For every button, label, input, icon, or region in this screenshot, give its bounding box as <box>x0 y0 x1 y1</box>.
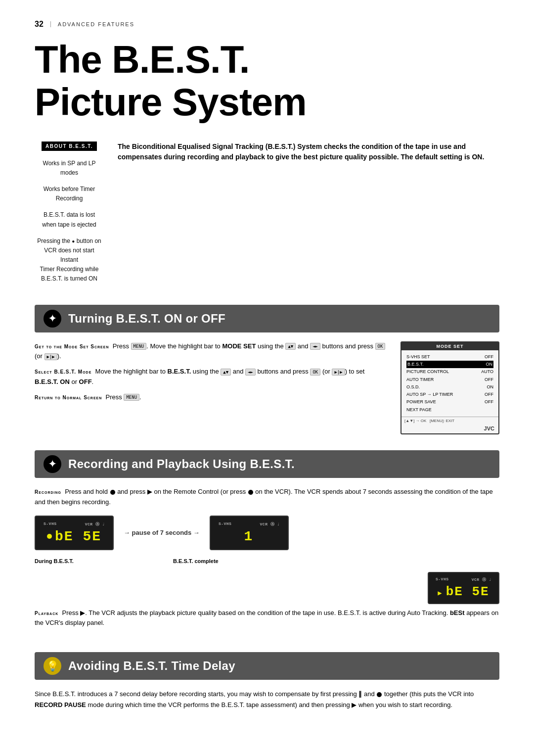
menu-row-svhs: S-VHS SETOFF <box>406 353 493 361</box>
vcr-display-complete: S-VHS VCR ⓐ ♩ 1 <box>210 516 289 550</box>
up-down-key2: ▲▼ <box>221 369 231 376</box>
about-sidebar-items: Works in SP and LPmodes Works before Tim… <box>35 159 104 291</box>
recording-para: Recording Press and hold and press ▶ on … <box>35 487 499 508</box>
menu-row-power: POWER SAVEOFF <box>406 398 493 406</box>
avoiding-text: Since B.E.S.T. introduces a 7 second del… <box>35 689 499 710</box>
section-label: ADVANCED FEATURES <box>50 21 134 27</box>
menu-key: MENU <box>131 343 147 350</box>
recording-label: Recording <box>35 489 61 495</box>
menu-key2: MENU <box>124 394 139 401</box>
vcr-display-during: S-VHS VCR ⓐ ♩ bE 5E <box>35 516 114 550</box>
menu-brand: JVC <box>401 425 498 433</box>
display-panels: S-VHS VCR ⓐ ♩ bE 5E → pause of 7 seconds… <box>35 516 499 550</box>
bulb-icon: 💡 <box>44 657 61 675</box>
section2-header: ✦ Recording and Playback Using B.E.S.T. <box>35 450 499 478</box>
circle-btn <box>110 490 115 495</box>
step2: Select B.E.S.T. Mode Move the highlight … <box>35 367 389 387</box>
menu-row-best: B.E.S.T.ON <box>406 361 493 368</box>
avoiding-section: 💡 Avoiding B.E.S.T. Time Delay Since B.E… <box>35 652 499 710</box>
sidebar-item-4: Pressing the ● button onVCR does not sta… <box>35 236 104 284</box>
menu-row-osd: O.S.D.ON <box>406 383 493 391</box>
turning-section: ✦ Turning B.E.S.T. ON or OFF Get to the … <box>35 305 499 434</box>
playback-area: S-VHS VCR ⓐ ♩ ▶bE 5E Playback Press ▶. T… <box>35 572 499 637</box>
step3-label: Return to Normal Screen <box>35 395 102 400</box>
skip-key2: ▶|▶ <box>332 369 345 376</box>
about-badge: ABOUT B.E.S.T. <box>42 142 97 151</box>
ok-key: OK <box>375 343 386 350</box>
recording-section: ✦ Recording and Playback Using B.E.S.T. … <box>35 450 499 636</box>
sidebar-item-3: B.E.S.T. data is lostwhen tape is ejecte… <box>35 210 104 229</box>
display-during-wrap: S-VHS VCR ⓐ ♩ bE 5E <box>35 516 114 550</box>
menu-row-nextpage: NEXT PAGE <box>406 406 493 414</box>
turning-text: Get to the Mode Set Screen Press MENU. M… <box>35 341 389 434</box>
section1-title: Turning B.E.S.T. ON or OFF <box>68 312 225 326</box>
menu-footer: [▲▼] → OK [MENU]: EXIT <box>401 417 498 425</box>
lr-key: ◄► <box>310 343 320 350</box>
vcr-display-playback-header: S-VHS VCR ⓐ ♩ <box>436 577 491 582</box>
star-icon: ✦ <box>44 310 61 328</box>
section3-title: Avoiding B.E.S.T. Time Delay <box>68 659 235 673</box>
menu-screen-title: MODE SET <box>401 342 498 350</box>
vcr-display-during-header: S-VHS VCR ⓐ ♩ <box>44 521 105 527</box>
circle-btn-3 <box>377 692 382 697</box>
turning-content: Get to the Mode Set Screen Press MENU. M… <box>35 341 499 434</box>
pause-arrow: → pause of 7 seconds → <box>124 529 200 536</box>
about-description: The Biconditional Equalised Signal Track… <box>118 142 499 163</box>
menu-screen-body: S-VHS SETOFF B.E.S.T.ON PICTURE CONTROLA… <box>401 350 498 417</box>
star-icon-2: ✦ <box>44 455 61 473</box>
playback-display-row: S-VHS VCR ⓐ ♩ ▶bE 5E <box>35 572 499 604</box>
display-labels: During B.E.S.T. B.E.S.T. complete <box>35 558 499 564</box>
step1: Get to the Mode Set Screen Press MENU. M… <box>35 341 389 362</box>
main-title: The B.E.S.T. Picture System <box>35 39 499 124</box>
sidebar-item-2: Works before TimerRecording <box>35 185 104 203</box>
about-sidebar: ABOUT B.E.S.T. Works in SP and LPmodes W… <box>35 142 104 291</box>
about-best-section: ABOUT B.E.S.T. Works in SP and LPmodes W… <box>35 142 499 291</box>
skip-key: ▶|▶ <box>44 353 57 360</box>
vcr-display-complete-header: S-VHS VCR ⓐ ♩ <box>219 521 280 527</box>
section2-title: Recording and Playback Using B.E.S.T. <box>68 457 295 471</box>
menu-row-autolp: AUTO SP → LP TIMEROFF <box>406 391 493 398</box>
step1-label: Get to the Mode Set Screen <box>35 344 109 349</box>
up-down-key: ▲▼ <box>285 343 296 350</box>
section3-header: 💡 Avoiding B.E.S.T. Time Delay <box>35 652 499 680</box>
rec-dot <box>47 534 52 539</box>
display-complete-wrap: S-VHS VCR ⓐ ♩ 1 <box>210 516 289 550</box>
sidebar-item-1: Works in SP and LPmodes <box>35 159 104 178</box>
menu-row-picture: PICTURE CONTROLAUTO <box>406 368 493 376</box>
recording-body: Recording Press and hold and press ▶ on … <box>35 487 499 508</box>
page-header: 32 ADVANCED FEATURES <box>35 20 499 29</box>
label-complete: B.E.S.T. complete <box>173 558 252 564</box>
menu-screen: MODE SET S-VHS SETOFF B.E.S.T.ON PICTURE… <box>400 341 499 434</box>
step2-label: Select B.E.S.T. Mode <box>35 369 91 375</box>
lr-key2: ◄► <box>245 369 256 376</box>
step3: Return to Normal Screen Press MENU. <box>35 392 389 403</box>
playback-label: Playback <box>35 611 58 616</box>
menu-row-timer: AUTO TIMEROFF <box>406 376 493 383</box>
circle-btn-2 <box>248 490 253 495</box>
ok-key2: OK <box>310 369 320 376</box>
vcr-display-playback: S-VHS VCR ⓐ ♩ ▶bE 5E <box>428 572 499 604</box>
section1-header: ✦ Turning B.E.S.T. ON or OFF <box>35 305 499 332</box>
page-number: 32 <box>35 20 44 29</box>
playback-para: Playback Press ▶. The VCR adjusts the pl… <box>35 608 499 629</box>
label-during: During B.E.S.T. <box>35 558 114 564</box>
play-arrow: ▶ <box>438 589 443 597</box>
